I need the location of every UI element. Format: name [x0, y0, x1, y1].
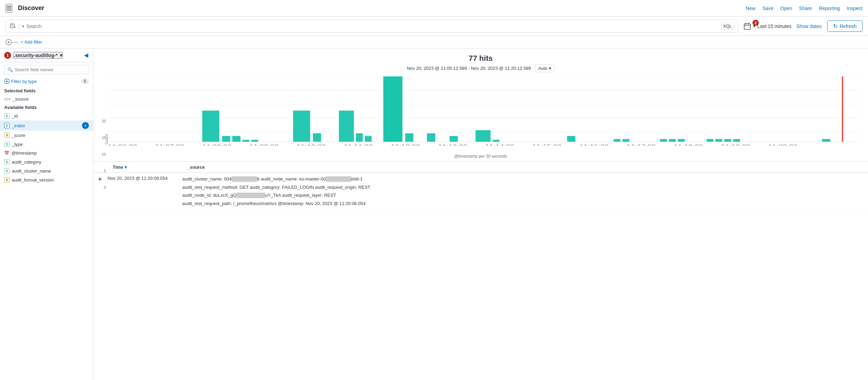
field-item-type[interactable]: t _type	[0, 140, 93, 149]
source-field-name: _source	[13, 96, 89, 102]
bar-chart[interactable]: 20 15 10 5 0 Count	[102, 76, 860, 152]
svg-rect-34	[724, 139, 731, 142]
field-item-timestamp[interactable]: 📅 @timestamp	[0, 149, 93, 157]
svg-rect-28	[622, 139, 629, 142]
filter-bar: + Add filter	[0, 36, 868, 48]
svg-rect-10	[202, 111, 219, 142]
main-layout: 1 .security-auditlog-* ▾ ◀ 🔍 Filter by t…	[0, 48, 868, 380]
index-selector-button[interactable]: .security-auditlog-* ▾	[13, 52, 63, 59]
filter-by-type-button[interactable]: Filter by type	[4, 78, 37, 84]
svg-rect-18	[405, 133, 414, 141]
source-line-1: audit_cluster_name: 004████████8 audit_n…	[182, 176, 862, 183]
hamburger-menu-button[interactable]: ☰	[6, 4, 12, 13]
x-axis-label: @timestamp per 30 seconds	[102, 154, 860, 159]
y-axis-label: Count	[104, 134, 109, 144]
save-button[interactable]: Save	[763, 6, 774, 11]
svg-rect-12	[232, 136, 241, 142]
field-item-audit-cluster-name[interactable]: t audit_cluster_name	[0, 166, 93, 175]
add-filter-button[interactable]: + Add filter	[21, 39, 42, 45]
sidebar-search-input[interactable]	[15, 67, 86, 72]
svg-text:11:11:00: 11:11:00	[344, 143, 373, 146]
filter-icon-button[interactable]	[6, 39, 18, 45]
index-chevron-down-icon: ▾	[60, 53, 62, 58]
dropdown-arrow-button[interactable]: ▾	[22, 24, 24, 29]
share-button[interactable]: Share	[799, 6, 812, 11]
source-line-3: audit_node_id: duLxcX_gQ█████████uY_TkA …	[182, 192, 862, 199]
show-dates-button[interactable]: Show dates	[796, 24, 822, 29]
field-type-t-icon-cluster: t	[4, 168, 10, 174]
field-name-type: _type	[12, 142, 89, 147]
toolbar: | ▾ KQL 2 ▾ Last 15 minutes Show dates ↻…	[0, 17, 868, 36]
svg-rect-32	[707, 139, 713, 142]
kql-badge[interactable]: KQL	[721, 23, 734, 30]
time-badge: 2	[752, 20, 759, 26]
refresh-label: Refresh	[840, 24, 857, 29]
selected-fields-title: Selected fields	[0, 87, 93, 95]
new-button[interactable]: New	[746, 6, 756, 11]
field-item-audit-format-version[interactable]: # audit_format_version	[0, 175, 93, 184]
svg-text:11:16:00: 11:16:00	[580, 143, 609, 146]
svg-rect-16	[313, 133, 321, 141]
result-source: audit_cluster_name: 004████████8 audit_n…	[182, 176, 862, 208]
field-type-hash-icon-format: #	[4, 177, 10, 183]
field-item-id[interactable]: t _id	[0, 111, 93, 120]
time-column-header[interactable]: Time ▾	[113, 165, 182, 170]
expand-row-button[interactable]: ▶	[99, 176, 102, 181]
svg-text:11:19:00: 11:19:00	[721, 143, 750, 146]
collapse-sidebar-button[interactable]: ◀	[83, 51, 89, 59]
auto-interval-selector[interactable]: Auto ▾	[535, 64, 555, 72]
divider-icon: |	[18, 22, 20, 30]
svg-rect-19	[339, 111, 354, 142]
time-label: Last 15 minutes	[757, 24, 792, 29]
available-fields-title: Available fields	[0, 103, 93, 111]
svg-rect-35	[733, 139, 740, 142]
chart-hits: 77 hits	[102, 54, 860, 63]
field-type-t-icon: t	[4, 113, 10, 119]
svg-rect-31	[678, 139, 685, 142]
refresh-button[interactable]: ↻ Refresh	[827, 20, 862, 32]
field-name-audit-category: audit_category	[12, 159, 89, 165]
svg-rect-14	[251, 140, 258, 142]
svg-rect-17	[384, 76, 403, 142]
field-name-timestamp: @timestamp	[11, 150, 89, 156]
sort-icon: ▾	[124, 165, 127, 170]
chart-area: 77 hits Nov 20, 2023 @ 11:05:12.589 - No…	[93, 48, 868, 162]
results-header: Time ▾ _source	[93, 162, 868, 173]
top-nav: ☰ Discover New Save Open Share Reporting…	[0, 0, 868, 17]
add-filter-label: + Add filter	[21, 39, 42, 45]
svg-rect-36	[822, 139, 830, 142]
save-search-button[interactable]	[9, 23, 16, 30]
svg-rect-30	[669, 139, 676, 142]
field-type-t-icon-index: t	[4, 123, 10, 128]
field-item-index[interactable]: t _index +	[0, 120, 93, 131]
auto-chevron-down-icon: ▾	[549, 66, 551, 71]
field-name-audit-format-version: audit_format_version	[12, 177, 89, 183]
content-area: 77 hits Nov 20, 2023 @ 11:05:12.589 - No…	[93, 48, 868, 380]
nav-actions: New Save Open Share Reporting Inspect	[746, 6, 862, 11]
selected-field-source[interactable]: </> _source	[0, 95, 93, 103]
field-item-audit-category[interactable]: t audit_category	[0, 157, 93, 166]
field-item-score[interactable]: # _score	[0, 131, 93, 140]
filter-type-row: Filter by type 0	[0, 77, 93, 87]
svg-rect-11	[222, 136, 230, 142]
open-button[interactable]: Open	[781, 6, 792, 11]
y-tick-20: 20	[102, 119, 106, 123]
chart-range-row: Nov 20, 2023 @ 11:05:12.589 - Nov 20, 20…	[102, 64, 860, 72]
svg-text:11:08:00: 11:08:00	[202, 143, 232, 146]
sidebar-index-row: 1 .security-auditlog-* ▾ ◀	[0, 48, 93, 62]
table-row: ▶ Nov 20, 2023 @ 11:20:08.054 audit_clus…	[93, 173, 868, 211]
svg-rect-26	[567, 136, 575, 142]
svg-text:11:17:00: 11:17:00	[627, 143, 656, 146]
svg-text:11:07:00: 11:07:00	[155, 143, 185, 146]
inspect-button[interactable]: Inspect	[847, 6, 862, 11]
search-input[interactable]	[26, 24, 719, 29]
field-name-audit-cluster-name: audit_cluster_name	[12, 168, 89, 174]
calendar-button[interactable]: 2 ▾	[744, 22, 755, 30]
reporting-button[interactable]: Reporting	[819, 6, 840, 11]
svg-text:11:09:00: 11:09:00	[249, 143, 279, 146]
add-index-field-button[interactable]: +	[82, 122, 89, 129]
svg-text:11:06:00: 11:06:00	[108, 143, 137, 146]
svg-rect-1	[744, 24, 750, 29]
svg-rect-20	[356, 133, 363, 141]
field-type-cal-icon: 📅	[4, 151, 9, 156]
